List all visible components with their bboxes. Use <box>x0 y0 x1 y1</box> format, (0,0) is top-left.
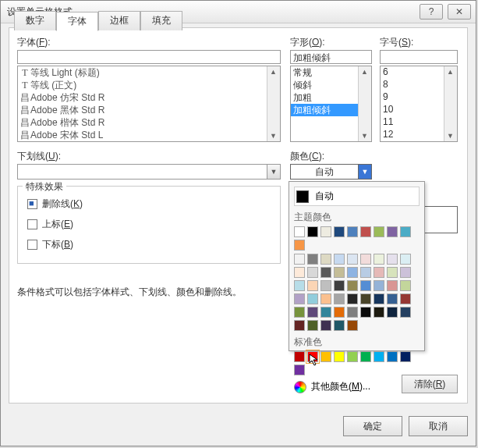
color-swatch[interactable] <box>320 307 331 318</box>
color-swatch[interactable] <box>320 254 331 265</box>
color-swatch[interactable] <box>374 307 384 318</box>
color-swatch[interactable] <box>294 240 305 251</box>
color-swatch[interactable] <box>307 320 318 331</box>
size-list[interactable]: 6 8 9 10 11 12 <box>380 66 458 142</box>
font-list-item[interactable]: 昌Adobe 黑体 Std R <box>18 104 280 116</box>
color-swatch[interactable] <box>374 351 384 362</box>
color-swatch[interactable] <box>294 226 305 237</box>
color-swatch[interactable] <box>320 293 331 304</box>
color-swatch[interactable] <box>400 226 411 237</box>
color-swatch[interactable] <box>400 267 411 278</box>
tab-border[interactable]: 边框 <box>98 11 140 30</box>
color-swatch[interactable] <box>334 320 345 331</box>
color-swatch[interactable] <box>307 280 318 291</box>
subscript-row[interactable]: 下标(B) <box>27 238 73 251</box>
color-swatch[interactable] <box>374 226 384 237</box>
color-swatch[interactable] <box>334 351 345 362</box>
color-swatch[interactable] <box>400 293 411 304</box>
color-swatch[interactable] <box>347 226 358 237</box>
color-swatch[interactable] <box>347 280 358 291</box>
color-swatch[interactable] <box>387 226 398 237</box>
color-swatch[interactable] <box>320 267 331 278</box>
color-swatch[interactable] <box>374 267 384 278</box>
color-swatch[interactable] <box>294 254 305 265</box>
color-swatch[interactable] <box>387 280 398 291</box>
color-swatch[interactable] <box>387 351 398 362</box>
color-swatch[interactable] <box>294 364 305 375</box>
color-swatch[interactable] <box>387 267 398 278</box>
color-swatch[interactable] <box>387 307 398 318</box>
color-swatch[interactable] <box>294 267 305 278</box>
font-list-item[interactable]: T等线 Light (标题) <box>18 66 280 79</box>
color-swatch[interactable] <box>334 280 345 291</box>
font-list[interactable]: T等线 Light (标题) T等线 (正文) 昌Adobe 仿宋 Std R … <box>17 66 281 142</box>
color-swatch[interactable] <box>294 351 305 362</box>
font-list-item[interactable]: 昌Adobe 楷体 Std R <box>18 116 280 129</box>
style-input[interactable]: 加粗倾斜 <box>290 50 372 64</box>
color-swatch[interactable] <box>400 254 411 265</box>
font-list-item[interactable]: 昌Adobe 仿宋 Std R <box>18 91 280 104</box>
more-colors[interactable]: 其他颜色(M)... <box>294 380 420 393</box>
style-list-scrollbar[interactable] <box>358 66 371 141</box>
font-list-item[interactable]: 昌Adobe 宋体 Std L <box>18 129 280 141</box>
color-swatch[interactable] <box>374 280 384 291</box>
tab-font[interactable]: 字体 <box>56 12 98 31</box>
size-input[interactable] <box>380 50 458 64</box>
size-list-scrollbar[interactable] <box>444 66 457 141</box>
color-dropdown[interactable]: 自动 ▼ <box>290 164 372 180</box>
color-swatch[interactable] <box>334 254 345 265</box>
color-swatch[interactable] <box>360 351 371 362</box>
color-swatch[interactable] <box>307 254 318 265</box>
color-swatch[interactable] <box>347 267 358 278</box>
underline-dropdown[interactable]: ▼ <box>17 164 281 180</box>
color-swatch[interactable] <box>360 280 371 291</box>
color-swatch[interactable] <box>320 280 331 291</box>
style-list[interactable]: 常规 倾斜 加粗 加粗倾斜 <box>290 66 372 142</box>
superscript-row[interactable]: 上标(E) <box>27 218 73 231</box>
color-swatch[interactable] <box>347 254 358 265</box>
color-swatch[interactable] <box>294 293 305 304</box>
color-swatch[interactable] <box>347 307 358 318</box>
color-swatch[interactable] <box>347 293 358 304</box>
color-swatch[interactable] <box>334 226 345 237</box>
color-swatch[interactable] <box>307 293 318 304</box>
tab-fill[interactable]: 填充 <box>140 11 182 30</box>
color-swatch[interactable] <box>400 351 411 362</box>
color-swatch[interactable] <box>307 267 318 278</box>
font-list-scrollbar[interactable] <box>267 66 280 141</box>
cancel-button[interactable]: 取消 <box>409 416 468 436</box>
font-list-item[interactable]: T等线 (正文) <box>18 79 280 91</box>
color-swatch[interactable] <box>360 226 371 237</box>
color-swatch[interactable] <box>387 254 398 265</box>
color-swatch[interactable] <box>334 293 345 304</box>
color-swatch[interactable] <box>347 351 358 362</box>
color-auto[interactable]: 自动 <box>294 187 420 206</box>
color-swatch[interactable] <box>387 293 398 304</box>
color-swatch[interactable] <box>334 267 345 278</box>
color-swatch[interactable] <box>400 307 411 318</box>
close-button[interactable]: ✕ <box>448 4 471 20</box>
ok-button[interactable]: 确定 <box>343 416 402 436</box>
strike-checkbox[interactable] <box>27 199 37 209</box>
color-swatch[interactable] <box>374 293 384 304</box>
color-swatch[interactable] <box>347 320 358 331</box>
color-swatch[interactable] <box>320 351 331 362</box>
color-swatch[interactable] <box>294 280 305 291</box>
tab-number[interactable]: 数字 <box>14 11 56 30</box>
color-swatch[interactable] <box>294 320 305 331</box>
color-swatch[interactable] <box>360 293 371 304</box>
color-swatch[interactable] <box>360 267 371 278</box>
strike-row[interactable]: 删除线(K) <box>27 197 83 211</box>
help-button[interactable]: ? <box>420 4 443 20</box>
color-swatch[interactable] <box>294 307 305 318</box>
color-swatch[interactable] <box>360 254 371 265</box>
color-swatch[interactable] <box>374 254 384 265</box>
color-swatch[interactable] <box>320 226 331 237</box>
color-swatch[interactable] <box>360 307 371 318</box>
superscript-checkbox[interactable] <box>27 219 37 229</box>
color-swatch[interactable] <box>334 307 345 318</box>
color-swatch[interactable] <box>307 226 318 237</box>
color-swatch[interactable] <box>307 307 318 318</box>
font-input[interactable] <box>17 50 281 64</box>
color-swatch[interactable] <box>400 280 411 291</box>
